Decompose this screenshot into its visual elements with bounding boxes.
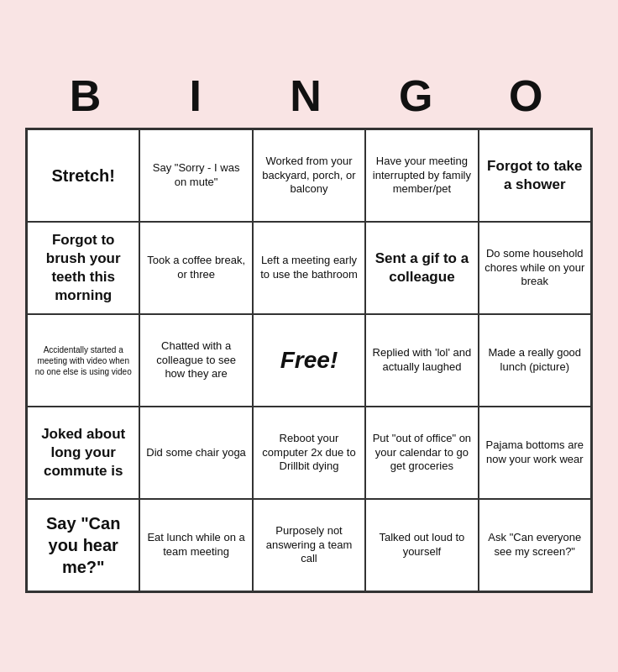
bingo-cell-r3-c4: Pajama bottoms are now your work wear: [479, 407, 591, 499]
cell-text: Forgot to take a shower: [484, 157, 585, 194]
bingo-cell-r1-c4: Do some household chores while on your b…: [479, 222, 591, 314]
cell-text: Talked out loud to yourself: [371, 531, 472, 559]
cell-text: Made a really good lunch (picture): [484, 346, 585, 375]
cell-text: Have your meeting interrupted by family …: [371, 155, 472, 197]
bingo-cell-r2-c4: Made a really good lunch (picture): [479, 314, 591, 407]
cell-text: Say "Sorry - I was on mute": [145, 161, 246, 190]
bingo-card: BINGO Stretch!Say "Sorry - I was on mute…: [0, 54, 618, 618]
cell-text: Do some household chores while on your b…: [484, 247, 585, 290]
cell-text: Say "Can you hear me?": [33, 512, 134, 578]
cell-text: Left a meeting early to use the bathroom: [259, 254, 359, 282]
bingo-letter: N: [259, 71, 359, 121]
bingo-cell-r1-c2: Left a meeting early to use the bathroom: [253, 222, 365, 314]
cell-text: Joked about long your commute is: [33, 425, 134, 480]
bingo-cell-r2-c3: Replied with 'lol' and actually laughed: [365, 314, 478, 407]
bingo-cell-r0-c3: Have your meeting interrupted by family …: [365, 129, 478, 222]
bingo-letter: B: [39, 71, 139, 121]
cell-text: Purposely not answering a team call: [259, 524, 359, 567]
cell-text: Free!: [280, 345, 338, 375]
bingo-cell-r0-c2: Worked from your backyard, porch, or bal…: [253, 129, 365, 222]
bingo-cell-r1-c3: Sent a gif to a colleague: [365, 222, 478, 314]
cell-text: Did some chair yoga: [146, 446, 246, 460]
bingo-cell-r4-c0: Say "Can you hear me?": [27, 499, 139, 591]
bingo-grid: Stretch!Say "Sorry - I was on mute"Worke…: [25, 128, 593, 593]
cell-text: Chatted with a colleague to see how they…: [145, 339, 246, 382]
bingo-cell-r1-c0: Forgot to brush your teeth this morning: [27, 222, 139, 314]
bingo-cell-r4-c1: Eat lunch while on a team meeting: [139, 499, 252, 591]
bingo-cell-r4-c2: Purposely not answering a team call: [253, 499, 365, 591]
bingo-cell-r2-c1: Chatted with a colleague to see how they…: [139, 314, 252, 407]
bingo-header: BINGO: [25, 71, 593, 121]
bingo-letter: O: [479, 71, 579, 121]
cell-text: Worked from your backyard, porch, or bal…: [259, 155, 359, 197]
bingo-letter: G: [369, 71, 469, 121]
bingo-cell-r0-c1: Say "Sorry - I was on mute": [139, 129, 252, 222]
cell-text: Eat lunch while on a team meeting: [145, 531, 246, 559]
bingo-cell-r2-c0: Accidentally started a meeting with vide…: [27, 314, 139, 407]
cell-text: Forgot to brush your teeth this morning: [33, 231, 134, 305]
cell-text: Pajama bottoms are now your work wear: [484, 438, 585, 467]
cell-text: Accidentally started a meeting with vide…: [33, 344, 134, 377]
bingo-cell-r1-c1: Took a coffee break, or three: [139, 222, 252, 314]
cell-text: Ask "Can everyone see my screen?": [484, 531, 585, 559]
bingo-cell-r3-c2: Reboot your computer 2x due to Drillbit …: [253, 407, 365, 499]
bingo-cell-r3-c0: Joked about long your commute is: [27, 407, 139, 499]
cell-text: Put "out of office" on your calendar to …: [371, 432, 472, 475]
bingo-cell-r0-c4: Forgot to take a shower: [479, 129, 591, 222]
cell-text: Sent a gif to a colleague: [371, 249, 472, 286]
bingo-cell-r3-c3: Put "out of office" on your calendar to …: [365, 407, 478, 499]
bingo-cell-r0-c0: Stretch!: [27, 129, 139, 222]
cell-text: Took a coffee break, or three: [145, 254, 246, 282]
bingo-cell-r4-c3: Talked out loud to yourself: [365, 499, 478, 591]
cell-text: Replied with 'lol' and actually laughed: [371, 346, 472, 375]
bingo-letter: I: [149, 71, 249, 121]
bingo-cell-r4-c4: Ask "Can everyone see my screen?": [479, 499, 591, 591]
bingo-cell-r3-c1: Did some chair yoga: [139, 407, 252, 499]
cell-text: Reboot your computer 2x due to Drillbit …: [259, 432, 359, 475]
bingo-cell-r2-c2: Free!: [253, 314, 365, 407]
cell-text: Stretch!: [51, 165, 115, 186]
